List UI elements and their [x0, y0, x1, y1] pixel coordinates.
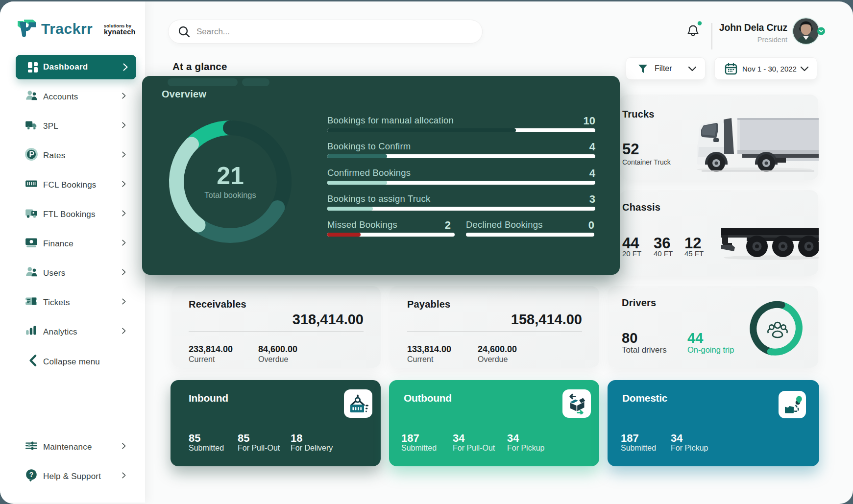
svg-text:?: ? — [29, 471, 34, 479]
svg-text:Total bookings: Total bookings — [204, 191, 256, 199]
svg-text:21: 21 — [217, 162, 244, 190]
